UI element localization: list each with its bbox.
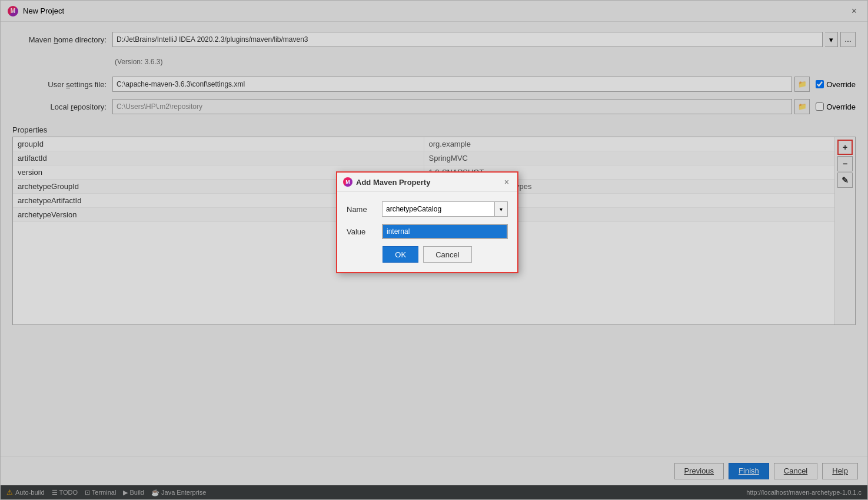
modal-value-label: Value bbox=[347, 227, 376, 236]
modal-name-row: Name ▾ bbox=[347, 201, 508, 217]
modal-app-icon: M bbox=[343, 177, 352, 187]
modal-value-input-container bbox=[382, 224, 508, 239]
modal-buttons: OK Cancel bbox=[347, 246, 508, 263]
modal-title: Add Maven Property bbox=[356, 178, 430, 187]
modal-name-input[interactable] bbox=[382, 201, 495, 217]
modal-body: Name ▾ Value OK Cancel bbox=[337, 192, 517, 272]
modal-name-dropdown-btn[interactable]: ▾ bbox=[495, 201, 508, 217]
modal-value-row: Value bbox=[347, 224, 508, 239]
modal-overlay: M Add Maven Property × Name ▾ Value bbox=[1, 1, 867, 499]
modal-title-left: M Add Maven Property bbox=[343, 177, 430, 187]
modal-title-bar: M Add Maven Property × bbox=[337, 173, 517, 192]
modal-name-input-container: ▾ bbox=[382, 201, 508, 217]
modal-name-label: Name bbox=[347, 205, 376, 214]
main-window: M New Project × Maven home directory: ▾ … bbox=[0, 0, 868, 500]
modal-close-icon[interactable]: × bbox=[502, 176, 511, 188]
modal-ok-button[interactable]: OK bbox=[383, 246, 418, 263]
modal-dialog: M Add Maven Property × Name ▾ Value bbox=[336, 171, 518, 273]
modal-cancel-button[interactable]: Cancel bbox=[423, 246, 471, 263]
modal-value-input[interactable] bbox=[382, 224, 508, 239]
